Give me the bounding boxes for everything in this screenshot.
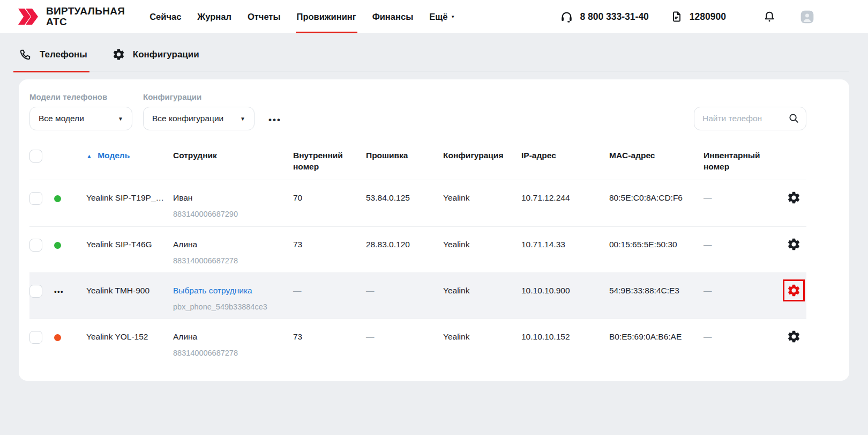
ip-address-cell: 10.71.12.244 xyxy=(521,192,609,204)
employee-name: Алина xyxy=(173,240,197,249)
model-cell: Yealink SIP-T46G xyxy=(78,239,173,250)
ip-address-cell: 10.10.10.152 xyxy=(521,331,609,343)
chevron-down-icon: ▼ xyxy=(451,15,455,19)
table-row: Yealink SIP-T19P_… Иван 883140006687290 … xyxy=(29,180,806,226)
internal-number-cell: 73 xyxy=(293,239,366,250)
inventory-number-cell: — xyxy=(704,331,781,343)
model-cell: Yealink SIP-T19P_… xyxy=(78,192,173,204)
model-cell: Yealink TMH-900 xyxy=(78,285,173,297)
employee-name: Иван xyxy=(173,193,192,202)
main-nav: СейчасЖурналОтчетыПровижинингФинансыЕщё▼ xyxy=(149,0,455,33)
filters-bar: Модели телефонов Все модели ▼ Конфигурац… xyxy=(29,92,806,130)
internal-number-cell: 70 xyxy=(293,192,366,204)
mac-address-cell: B0:E5:69:0A:B6:AE xyxy=(609,331,704,343)
column-header-model[interactable]: ▲ Модель xyxy=(78,150,173,162)
nav-item-more[interactable]: Ещё▼ xyxy=(429,0,455,33)
nav-item-provisioning[interactable]: Провижининг xyxy=(297,0,356,33)
configs-select[interactable]: Все конфигурации ▼ xyxy=(143,107,255,130)
configs-filter-label: Конфигурации xyxy=(143,92,255,101)
inventory-number-cell: — xyxy=(704,239,781,250)
choose-employee-link[interactable]: Выбрать сотрудника xyxy=(173,286,252,295)
mac-address-cell: 00:15:65:5E:50:30 xyxy=(609,239,704,250)
tab-phones[interactable]: Телефоны xyxy=(19,48,87,71)
header-actions: 8 800 333-31-40 1280900 xyxy=(560,10,814,24)
inventory-number-cell: — xyxy=(704,192,781,204)
notifications-bell-icon[interactable] xyxy=(762,10,776,24)
account-number-group[interactable]: 1280900 xyxy=(670,10,726,23)
ip-address-cell: 10.10.10.900 xyxy=(521,285,609,297)
support-phone-number: 8 800 333-31-40 xyxy=(580,11,648,23)
employee-cell: Алина 883140006687278 xyxy=(173,331,293,359)
employee-cell: Иван 883140006687290 xyxy=(173,192,293,220)
config-cell: Yealink xyxy=(443,239,521,250)
config-cell: Yealink xyxy=(443,331,521,343)
table-row: ••• Yealink TMH-900 Выбрать сотрудника p… xyxy=(29,272,806,319)
chevron-down-icon: ▼ xyxy=(240,116,245,122)
models-select[interactable]: Все модели ▼ xyxy=(29,107,132,130)
status-indicator xyxy=(54,331,78,344)
phone-icon xyxy=(19,48,32,61)
search-box xyxy=(694,107,806,130)
column-header-inventory: Инвентарный номер xyxy=(704,150,781,172)
row-checkbox[interactable] xyxy=(29,192,42,205)
internal-number-cell: 73 xyxy=(293,331,366,343)
table-header-row: ▲ Модель Сотрудник Внутренний номер Прош… xyxy=(29,144,806,180)
row-checkbox[interactable] xyxy=(29,285,42,298)
top-header: ВИРТУАЛЬНАЯ АТС СейчасЖурналОтчетыПровиж… xyxy=(0,0,868,33)
sort-asc-icon: ▲ xyxy=(86,153,92,159)
support-phone[interactable]: 8 800 333-31-40 xyxy=(560,10,648,24)
status-indicator xyxy=(54,192,78,205)
employee-cell: Выбрать сотрудника pbx_phone_549b33884ce… xyxy=(173,285,293,313)
status-indicator: ••• xyxy=(54,285,78,298)
document-icon xyxy=(670,10,683,23)
column-header-mac: MAC-адрес xyxy=(609,150,704,161)
row-settings-gear-icon[interactable] xyxy=(787,190,801,205)
employee-sub-id: pbx_phone_549b33884ce3 xyxy=(173,301,293,313)
status-indicator xyxy=(54,239,78,252)
row-settings-gear-icon[interactable] xyxy=(787,237,801,252)
avatar[interactable] xyxy=(800,10,814,24)
column-header-employee: Сотрудник xyxy=(173,150,293,161)
account-number: 1280900 xyxy=(690,11,726,23)
column-header-ip: IP-адрес xyxy=(521,150,609,161)
tab-phones-label: Телефоны xyxy=(40,49,87,60)
models-select-value: Все модели xyxy=(39,114,84,123)
employee-sub-id: 883140006687278 xyxy=(173,255,293,267)
row-settings-gear-icon[interactable] xyxy=(787,329,801,344)
more-filters-button[interactable]: ••• xyxy=(265,115,285,130)
table-row: Yealink SIP-T46G Алина 883140006687278 7… xyxy=(29,226,806,272)
row-checkbox[interactable] xyxy=(29,239,42,252)
chevron-down-icon: ▼ xyxy=(118,116,123,122)
tab-configurations-label: Конфигурации xyxy=(133,49,199,60)
employee-cell: Алина 883140006687278 xyxy=(173,239,293,267)
nav-item-now[interactable]: Сейчас xyxy=(149,0,181,33)
column-header-config: Конфигурация xyxy=(443,150,500,161)
mac-address-cell: 80:5E:C0:8A:CD:F6 xyxy=(609,192,704,204)
model-cell: Yealink YOL-152 xyxy=(78,331,173,343)
column-header-internal: Внутренний номер xyxy=(293,150,366,172)
firmware-cell: 28.83.0.120 xyxy=(366,239,443,250)
select-all-checkbox[interactable] xyxy=(29,150,42,163)
logo[interactable]: ВИРТУАЛЬНАЯ АТС xyxy=(18,6,125,27)
logo-text: ВИРТУАЛЬНАЯ АТС xyxy=(46,6,125,27)
configs-select-value: Все конфигурации xyxy=(152,114,223,123)
row-settings-gear-icon[interactable] xyxy=(783,279,805,301)
search-icon[interactable] xyxy=(788,112,800,124)
config-cell: Yealink xyxy=(443,192,521,204)
nav-item-finance[interactable]: Финансы xyxy=(372,0,414,33)
headset-icon xyxy=(560,10,573,24)
row-checkbox[interactable] xyxy=(29,331,42,344)
config-cell: Yealink xyxy=(443,285,521,297)
employee-sub-id: 883140006687290 xyxy=(173,208,293,220)
inventory-number-cell: — xyxy=(704,285,781,297)
internal-number-cell: — xyxy=(293,285,366,297)
table-row: Yealink YOL-152 Алина 883140006687278 73… xyxy=(29,319,806,365)
firmware-cell: — xyxy=(366,331,443,343)
phones-card: Модели телефонов Все модели ▼ Конфигурац… xyxy=(19,79,849,381)
page-tabs: Телефоны Конфигурации xyxy=(19,33,849,72)
nav-item-journal[interactable]: Журнал xyxy=(197,0,231,33)
nav-item-reports[interactable]: Отчеты xyxy=(248,0,281,33)
firmware-cell: — xyxy=(366,285,443,297)
employee-name: Алина xyxy=(173,332,197,341)
tab-configurations[interactable]: Конфигурации xyxy=(112,48,199,71)
